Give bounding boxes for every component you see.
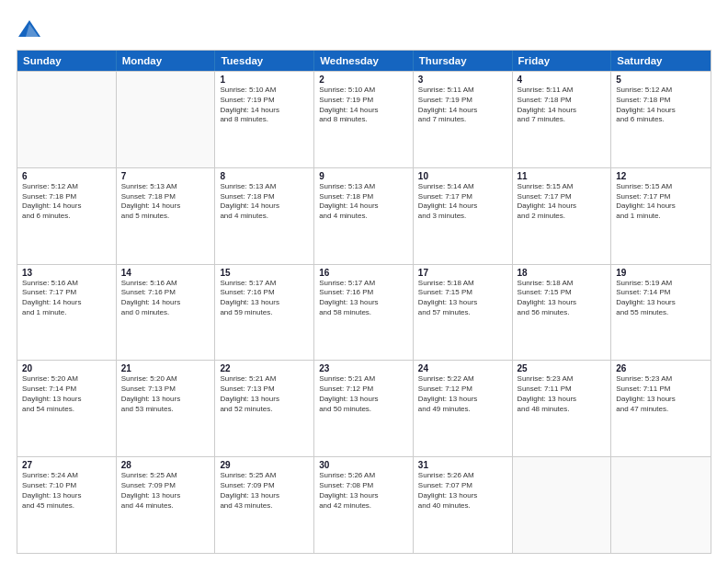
- cell-info: Sunrise: 5:11 AMSunset: 7:19 PMDaylight:…: [418, 86, 507, 125]
- cell-info: Sunrise: 5:21 AMSunset: 7:12 PMDaylight:…: [319, 374, 408, 414]
- calendar-cell: 14Sunrise: 5:16 AMSunset: 7:16 PMDayligh…: [117, 265, 216, 361]
- calendar-cell: 15Sunrise: 5:17 AMSunset: 7:16 PMDayligh…: [215, 265, 314, 361]
- day-number: 5: [616, 75, 706, 85]
- cell-info: Sunrise: 5:14 AMSunset: 7:17 PMDaylight:…: [418, 182, 507, 222]
- cell-info: Sunrise: 5:22 AMSunset: 7:12 PMDaylight:…: [418, 374, 507, 414]
- cell-info: Sunrise: 5:15 AMSunset: 7:17 PMDaylight:…: [616, 182, 706, 222]
- calendar-cell: 30Sunrise: 5:26 AMSunset: 7:08 PMDayligh…: [314, 457, 414, 553]
- calendar-cell: 7Sunrise: 5:13 AMSunset: 7:18 PMDaylight…: [117, 168, 216, 264]
- calendar-cell: 5Sunrise: 5:12 AMSunset: 7:18 PMDaylight…: [611, 72, 711, 167]
- calendar-cell: 23Sunrise: 5:21 AMSunset: 7:12 PMDayligh…: [314, 361, 414, 456]
- day-number: 3: [418, 75, 507, 85]
- calendar-body: 1Sunrise: 5:10 AMSunset: 7:19 PMDaylight…: [17, 71, 711, 553]
- cell-info: Sunrise: 5:17 AMSunset: 7:16 PMDaylight:…: [319, 279, 408, 318]
- cell-info: Sunrise: 5:10 AMSunset: 7:19 PMDaylight:…: [220, 86, 309, 125]
- calendar-cell: 2Sunrise: 5:10 AMSunset: 7:19 PMDaylight…: [314, 72, 414, 167]
- page: SundayMondayTuesdayWednesdayThursdayFrid…: [0, 0, 728, 563]
- calendar-cell: 31Sunrise: 5:26 AMSunset: 7:07 PMDayligh…: [414, 457, 513, 553]
- day-number: 24: [418, 363, 507, 373]
- cell-info: Sunrise: 5:13 AMSunset: 7:18 PMDaylight:…: [220, 182, 309, 222]
- calendar-cell: 10Sunrise: 5:14 AMSunset: 7:17 PMDayligh…: [414, 168, 513, 264]
- day-number: 31: [418, 460, 507, 470]
- calendar-header: SundayMondayTuesdayWednesdayThursdayFrid…: [17, 51, 711, 71]
- day-number: 27: [22, 460, 111, 470]
- logo: [17, 17, 46, 42]
- calendar-cell: 24Sunrise: 5:22 AMSunset: 7:12 PMDayligh…: [414, 361, 513, 456]
- calendar-cell: 11Sunrise: 5:15 AMSunset: 7:17 PMDayligh…: [513, 168, 612, 264]
- calendar-cell: 13Sunrise: 5:16 AMSunset: 7:17 PMDayligh…: [17, 265, 117, 361]
- day-number: 29: [220, 460, 309, 470]
- logo-icon: [17, 17, 42, 42]
- day-number: 15: [220, 268, 309, 278]
- calendar-cell: [513, 457, 612, 553]
- cell-info: Sunrise: 5:10 AMSunset: 7:19 PMDaylight:…: [319, 86, 408, 125]
- header: [17, 17, 711, 42]
- calendar-row: 1Sunrise: 5:10 AMSunset: 7:19 PMDaylight…: [17, 71, 711, 167]
- day-number: 18: [518, 268, 607, 278]
- calendar-cell: 18Sunrise: 5:18 AMSunset: 7:15 PMDayligh…: [513, 265, 612, 361]
- day-number: 16: [319, 268, 408, 278]
- header-cell-wednesday: Wednesday: [314, 51, 414, 71]
- calendar-row: 20Sunrise: 5:20 AMSunset: 7:14 PMDayligh…: [17, 360, 711, 456]
- cell-info: Sunrise: 5:20 AMSunset: 7:14 PMDaylight:…: [22, 374, 111, 414]
- calendar-cell: 16Sunrise: 5:17 AMSunset: 7:16 PMDayligh…: [314, 265, 414, 361]
- day-number: 28: [121, 460, 210, 470]
- cell-info: Sunrise: 5:21 AMSunset: 7:13 PMDaylight:…: [220, 374, 309, 414]
- calendar-cell: 25Sunrise: 5:23 AMSunset: 7:11 PMDayligh…: [513, 361, 612, 456]
- calendar-cell: 1Sunrise: 5:10 AMSunset: 7:19 PMDaylight…: [215, 72, 314, 167]
- calendar-cell: 6Sunrise: 5:12 AMSunset: 7:18 PMDaylight…: [17, 168, 117, 264]
- day-number: 17: [418, 268, 507, 278]
- cell-info: Sunrise: 5:12 AMSunset: 7:18 PMDaylight:…: [616, 86, 706, 125]
- calendar-cell: 21Sunrise: 5:20 AMSunset: 7:13 PMDayligh…: [117, 361, 216, 456]
- header-cell-saturday: Saturday: [611, 51, 711, 71]
- day-number: 26: [616, 363, 706, 373]
- cell-info: Sunrise: 5:26 AMSunset: 7:07 PMDaylight:…: [418, 471, 507, 511]
- calendar-row: 27Sunrise: 5:24 AMSunset: 7:10 PMDayligh…: [17, 456, 711, 553]
- cell-info: Sunrise: 5:18 AMSunset: 7:15 PMDaylight:…: [518, 279, 607, 318]
- calendar-cell: 19Sunrise: 5:19 AMSunset: 7:14 PMDayligh…: [611, 265, 711, 361]
- day-number: 23: [319, 363, 408, 373]
- calendar-cell: 22Sunrise: 5:21 AMSunset: 7:13 PMDayligh…: [215, 361, 314, 456]
- cell-info: Sunrise: 5:23 AMSunset: 7:11 PMDaylight:…: [518, 374, 607, 414]
- calendar-cell: 8Sunrise: 5:13 AMSunset: 7:18 PMDaylight…: [215, 168, 314, 264]
- cell-info: Sunrise: 5:15 AMSunset: 7:17 PMDaylight:…: [518, 182, 607, 222]
- cell-info: Sunrise: 5:26 AMSunset: 7:08 PMDaylight:…: [319, 471, 408, 511]
- calendar-cell: 27Sunrise: 5:24 AMSunset: 7:10 PMDayligh…: [17, 457, 117, 553]
- day-number: 22: [220, 363, 309, 373]
- calendar-cell: 28Sunrise: 5:25 AMSunset: 7:09 PMDayligh…: [117, 457, 216, 553]
- header-cell-tuesday: Tuesday: [215, 51, 314, 71]
- day-number: 9: [319, 171, 408, 181]
- day-number: 13: [22, 268, 111, 278]
- cell-info: Sunrise: 5:13 AMSunset: 7:18 PMDaylight:…: [121, 182, 210, 222]
- header-cell-thursday: Thursday: [414, 51, 513, 71]
- calendar-cell: 26Sunrise: 5:23 AMSunset: 7:11 PMDayligh…: [611, 361, 711, 456]
- day-number: 12: [616, 171, 706, 181]
- calendar-cell: 4Sunrise: 5:11 AMSunset: 7:18 PMDaylight…: [513, 72, 612, 167]
- header-cell-monday: Monday: [117, 51, 216, 71]
- day-number: 4: [518, 75, 607, 85]
- calendar-cell: 17Sunrise: 5:18 AMSunset: 7:15 PMDayligh…: [414, 265, 513, 361]
- cell-info: Sunrise: 5:25 AMSunset: 7:09 PMDaylight:…: [220, 471, 309, 511]
- header-cell-friday: Friday: [513, 51, 612, 71]
- calendar-cell: 12Sunrise: 5:15 AMSunset: 7:17 PMDayligh…: [611, 168, 711, 264]
- calendar-cell: [17, 72, 117, 167]
- calendar-cell: [611, 457, 711, 553]
- day-number: 25: [518, 363, 607, 373]
- day-number: 19: [616, 268, 706, 278]
- cell-info: Sunrise: 5:23 AMSunset: 7:11 PMDaylight:…: [616, 374, 706, 414]
- cell-info: Sunrise: 5:19 AMSunset: 7:14 PMDaylight:…: [616, 279, 706, 318]
- day-number: 20: [22, 363, 111, 373]
- cell-info: Sunrise: 5:16 AMSunset: 7:17 PMDaylight:…: [22, 279, 111, 318]
- day-number: 14: [121, 268, 210, 278]
- calendar-cell: [117, 72, 216, 167]
- cell-info: Sunrise: 5:18 AMSunset: 7:15 PMDaylight:…: [418, 279, 507, 318]
- calendar-row: 13Sunrise: 5:16 AMSunset: 7:17 PMDayligh…: [17, 264, 711, 361]
- cell-info: Sunrise: 5:25 AMSunset: 7:09 PMDaylight:…: [121, 471, 210, 511]
- calendar-cell: 20Sunrise: 5:20 AMSunset: 7:14 PMDayligh…: [17, 361, 117, 456]
- cell-info: Sunrise: 5:12 AMSunset: 7:18 PMDaylight:…: [22, 182, 111, 222]
- day-number: 8: [220, 171, 309, 181]
- calendar-cell: 29Sunrise: 5:25 AMSunset: 7:09 PMDayligh…: [215, 457, 314, 553]
- day-number: 2: [319, 75, 408, 85]
- calendar-cell: 3Sunrise: 5:11 AMSunset: 7:19 PMDaylight…: [414, 72, 513, 167]
- calendar: SundayMondayTuesdayWednesdayThursdayFrid…: [17, 50, 711, 554]
